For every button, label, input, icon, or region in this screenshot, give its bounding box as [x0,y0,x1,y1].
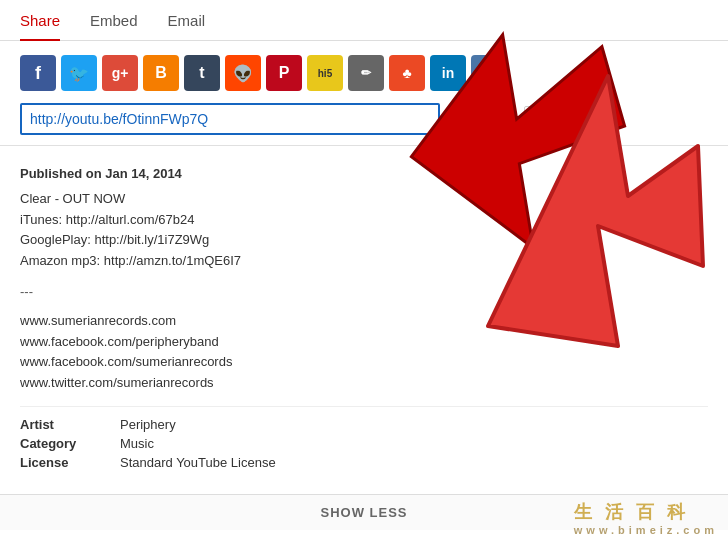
meta-category-key: Category [20,436,100,451]
start-at-checkbox[interactable] [452,112,466,126]
meta-table: Artist Periphery Category Music License … [20,406,708,470]
tab-embed[interactable]: Embed [90,0,138,41]
watermark: 生 活 百 科 www.bimeiz.com [574,500,718,536]
watermark-sub: www.bimeiz.com [574,524,718,536]
share-section: f 🐦 g+ B t 👽 P hi5 ✏ ♣ in вк Start at: [0,41,728,146]
description-section: Published on Jan 14, 2014 Clear - OUT NO… [0,146,728,484]
meta-artist-key: Artist [20,417,100,432]
facebook-icon[interactable]: f [20,55,56,91]
meta-license-val: Standard YouTube License [120,455,276,470]
link-2: www.facebook.com/peripheryband [20,332,708,353]
pinterest-icon[interactable]: P [266,55,302,91]
start-at-group: Start at: [452,106,589,133]
stumbleupon-icon[interactable]: ♣ [389,55,425,91]
link-3: www.facebook.com/sumerianrecords [20,352,708,373]
meta-license: License Standard YouTube License [20,455,708,470]
meta-artist: Artist Periphery [20,417,708,432]
linkedin-icon[interactable]: in [430,55,466,91]
meta-category: Category Music [20,436,708,451]
url-row: Start at: [20,103,708,135]
tab-email[interactable]: Email [168,0,206,41]
meta-artist-val: Periphery [120,417,176,432]
tab-bar: Share Embed Email [0,0,728,41]
desc-line-3: GooglePlay: http://bit.ly/1i7Z9Wg [20,230,708,251]
myspace-icon[interactable]: ✏ [348,55,384,91]
links-block: --- www.sumerianrecords.com www.facebook… [20,282,708,394]
description-block: Published on Jan 14, 2014 Clear - OUT NO… [20,164,708,272]
published-date: Published on Jan 14, 2014 [20,164,708,185]
link-1: www.sumerianrecords.com [20,311,708,332]
start-at-label: Start at: [472,112,518,127]
desc-line-2: iTunes: http://alturl.com/67b24 [20,210,708,231]
desc-line-1: Clear - OUT NOW [20,189,708,210]
vk-icon[interactable]: вк [471,55,507,91]
start-time-input[interactable] [524,106,589,133]
meta-category-val: Music [120,436,154,451]
twitter-icon[interactable]: 🐦 [61,55,97,91]
blogger-icon[interactable]: B [143,55,179,91]
share-url-input[interactable] [20,103,440,135]
meta-license-key: License [20,455,100,470]
watermark-text: 生 活 百 科 [574,500,718,524]
desc-line-4: Amazon mp3: http://amzn.to/1mQE6I7 [20,251,708,272]
separator: --- [20,282,708,303]
social-icons-row: f 🐦 g+ B t 👽 P hi5 ✏ ♣ in вк [20,55,708,91]
link-4: www.twitter.com/sumerianrecords [20,373,708,394]
hi5-icon[interactable]: hi5 [307,55,343,91]
tumblr-icon[interactable]: t [184,55,220,91]
google-plus-icon[interactable]: g+ [102,55,138,91]
tab-share[interactable]: Share [20,0,60,41]
reddit-icon[interactable]: 👽 [225,55,261,91]
